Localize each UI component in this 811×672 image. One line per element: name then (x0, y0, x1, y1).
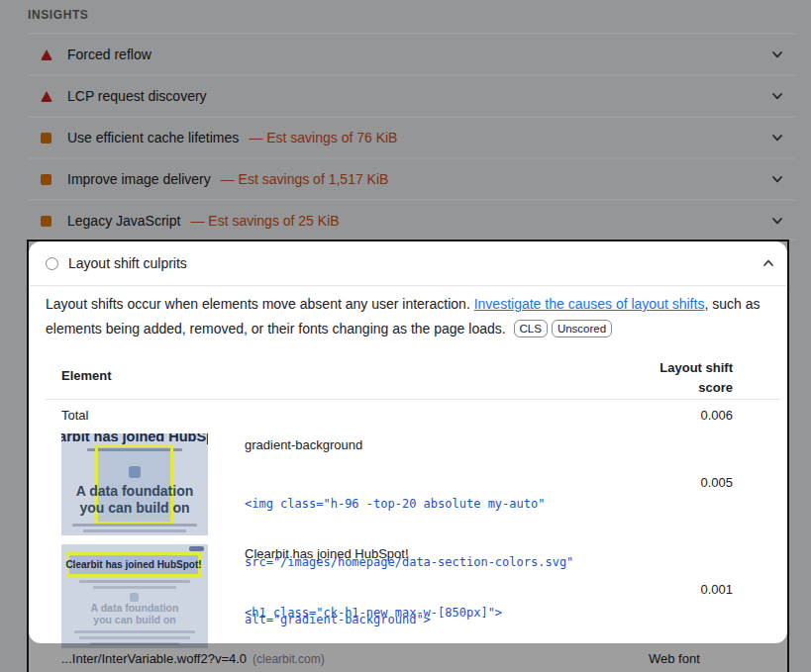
highlighted-element-box: Clearbit has joined HubSpot! (66, 552, 201, 577)
layout-shift-culprits-panel: Layout shift culprits Layout shifts occu… (29, 241, 787, 672)
thumbnail-logo-icon (129, 466, 141, 478)
thumbnail-text-bar (72, 524, 197, 527)
insight-label: Legacy JavaScript (67, 213, 180, 229)
header-divider (29, 285, 787, 286)
panel-description: Layout shifts occur when elements move a… (46, 292, 780, 340)
culprit-score: 0.001 (614, 582, 733, 597)
description-text: Layout shifts occur when elements move a… (46, 296, 474, 312)
table-header-score-line2: score (614, 378, 733, 398)
insight-label: Improve image delivery (67, 171, 211, 187)
web-font-url: ...Inter/InterVariable.woff2?v=4.0(clear… (61, 651, 325, 666)
thumbnail-text-bar (79, 580, 190, 583)
thumbnail-hero-text: A data foundation (76, 483, 193, 499)
element-screenshot-thumbnail: Clearbit has joined HubSpot! A data foun… (61, 433, 208, 535)
chevron-down-icon[interactable] (770, 214, 784, 228)
table-header-element: Element (61, 368, 112, 383)
unscored-chip: Unscored (552, 320, 612, 337)
investigate-layout-shifts-link[interactable]: Investigate the causes of layout shifts (474, 296, 705, 312)
insight-label: Forced reflow (67, 47, 152, 62)
web-font-source: (clearbit.com) (253, 652, 325, 666)
warning-triangle-icon (40, 91, 52, 102)
chevron-down-icon[interactable] (770, 89, 784, 103)
thumbnail-headline-text: Clearbit has joined HubSpot! (65, 559, 201, 570)
code-line: <img class="h-96 -top-20 absolute my-aut… (245, 495, 573, 515)
warning-square-icon (40, 174, 52, 185)
table-divider (46, 399, 780, 400)
warning-triangle-icon (40, 49, 52, 60)
cls-chip: CLS (514, 320, 548, 337)
thumbnail-text-bar (83, 529, 186, 532)
thumbnail-text-bar (93, 586, 176, 589)
warning-square-icon (40, 216, 52, 227)
table-header-score: Layout shift score (614, 358, 733, 398)
thumbnail-nav-button (189, 546, 204, 551)
culprit-element-label: Clearbit has joined HubSpot! (245, 546, 409, 561)
thumbnail-text-bar (90, 642, 179, 645)
thumbnail-hero-text: you can build on (93, 614, 175, 625)
panel-title: Layout shift culprits (68, 255, 187, 271)
insight-row-legacy-javascript[interactable]: Legacy JavaScript — Est savings of 25 Ki… (28, 201, 795, 240)
element-screenshot-thumbnail: Clearbit has joined HubSpot! A data foun… (61, 544, 208, 648)
thumbnail-hero-text: A data foundation (91, 602, 179, 614)
thumbnail-hero-text: you can build on (79, 500, 189, 516)
chevron-down-icon[interactable] (770, 131, 784, 144)
thumbnail-text-bar (74, 630, 195, 633)
thumbnail-text-bar (79, 636, 190, 639)
chevron-down-icon[interactable] (770, 48, 784, 61)
web-font-type-label: Web font (649, 651, 700, 666)
insight-row-cache-lifetimes[interactable]: Use efficient cache lifetimes — Est savi… (28, 118, 795, 157)
thumbnail-headline-text: Clearbit has joined HubSpot! (61, 433, 208, 444)
estimated-savings: — Est savings of 1,517 KiB (221, 171, 389, 187)
chevron-down-icon[interactable] (770, 172, 784, 186)
insight-row-forced-reflow[interactable]: Forced reflow (28, 35, 795, 74)
culprit-element-code-link[interactable]: <h1 class="ck-h1-new max-w-[850px]"> (245, 565, 502, 662)
insight-label: Use efficient cache lifetimes (67, 130, 239, 145)
culprit-score: 0.005 (614, 475, 733, 490)
thumbnail-logo-icon (130, 593, 139, 602)
insight-label: LCP request discovery (67, 88, 207, 104)
chevron-up-icon[interactable] (761, 256, 775, 270)
warning-square-icon (40, 133, 52, 144)
table-header-score-line1: Layout shift (614, 358, 733, 378)
insight-row-lcp-request-discovery[interactable]: LCP request discovery (28, 76, 795, 116)
insight-row-image-delivery[interactable]: Improve image delivery — Est savings of … (28, 159, 795, 199)
estimated-savings: — Est savings of 76 KiB (249, 130, 397, 145)
total-score: 0.006 (614, 408, 733, 423)
culprit-element-label: gradient-background (245, 437, 362, 452)
panel-header[interactable]: Layout shift culprits (29, 241, 787, 285)
total-label: Total (61, 408, 88, 423)
web-font-url-text: ...Inter/InterVariable.woff2?v=4.0 (61, 651, 247, 666)
unscored-ring-icon (46, 257, 58, 270)
code-line: <h1 class="ck-h1-new max-w-[850px]"> (245, 604, 502, 624)
estimated-savings: — Est savings of 25 KiB (190, 213, 339, 229)
insights-section-title: INSIGHTS (28, 8, 88, 22)
